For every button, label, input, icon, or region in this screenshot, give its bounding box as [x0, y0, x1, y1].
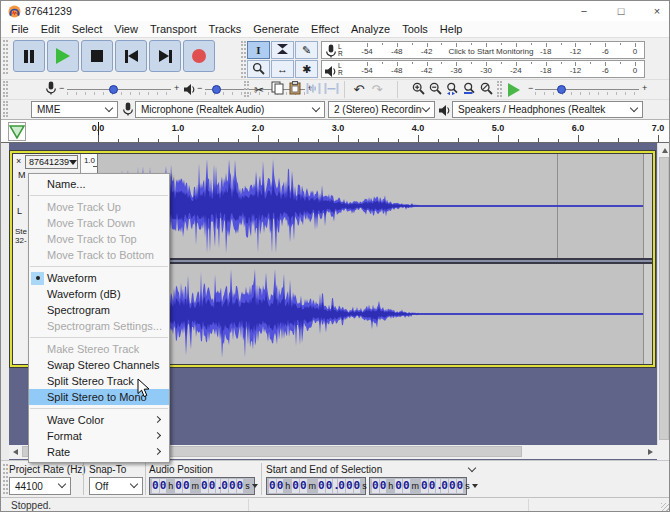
selection-tool-button[interactable]: I: [247, 41, 270, 59]
waveform-left[interactable]: [98, 154, 643, 258]
scroll-left-arrow-icon[interactable]: [13, 449, 18, 455]
menu-file[interactable]: File: [5, 23, 35, 35]
fit-project-button[interactable]: [460, 81, 478, 98]
playback-meter[interactable]: L R -54-48-42-36-30-24-18-12-60: [321, 60, 645, 78]
time-digit[interactable]: .: [333, 479, 337, 493]
device-toolbar-grip[interactable]: [3, 101, 8, 117]
menu-view[interactable]: View: [108, 23, 144, 35]
scroll-right-arrow-icon[interactable]: [648, 449, 653, 455]
stop-button[interactable]: [81, 40, 113, 72]
audio-host-select[interactable]: MME: [31, 101, 118, 118]
mute-button-fragment[interactable]: M: [18, 170, 26, 180]
time-digit[interactable]: 0: [372, 479, 379, 493]
time-digit[interactable]: 0: [292, 479, 299, 493]
zoom-in-button[interactable]: [409, 81, 427, 98]
transport-toolbar-grip[interactable]: [3, 40, 8, 74]
track-close-button[interactable]: ×: [16, 156, 21, 166]
time-digit[interactable]: 0: [183, 479, 190, 493]
play-at-speed-button[interactable]: [505, 81, 523, 98]
track-name-dropdown[interactable]: 87641239: [25, 155, 78, 169]
playback-volume-thumb[interactable]: [212, 85, 221, 94]
timeline-ruler[interactable]: 0.01.02.03.04.05.06.07.0: [1, 120, 670, 143]
menu-item-waveform-db[interactable]: Waveform (dB): [29, 286, 169, 302]
cut-button[interactable]: ✂: [250, 81, 268, 98]
zoom-out-button[interactable]: [426, 81, 444, 98]
fit-selection-button[interactable]: [443, 81, 461, 98]
edit-toolbar-grip[interactable]: [244, 81, 249, 97]
undo-button[interactable]: ↶: [350, 81, 368, 98]
selection-end-field[interactable]: 00h00m00.000s: [369, 477, 467, 495]
menu-effect[interactable]: Effect: [305, 23, 345, 35]
recording-meter[interactable]: L R -54-48-42-18-12-60Click to Start Mon…: [321, 41, 645, 59]
time-digit[interactable]: 0: [229, 479, 236, 493]
maximize-button[interactable]: □: [606, 1, 636, 21]
pause-button[interactable]: [13, 40, 45, 72]
menu-tracks[interactable]: Tracks: [203, 23, 248, 35]
input-channels-select[interactable]: 2 (Stereo) Recording Chai: [328, 101, 435, 118]
time-digit[interactable]: 0: [380, 479, 387, 493]
timeline-options-button[interactable]: [8, 122, 26, 141]
menu-edit[interactable]: Edit: [35, 23, 66, 35]
project-rate-select[interactable]: 44100: [9, 477, 71, 495]
menu-item-format[interactable]: Format: [29, 428, 169, 444]
menu-item-move-track-to-top[interactable]: Move Track to Top: [29, 231, 169, 247]
time-digit[interactable]: 0: [152, 479, 159, 493]
time-digit[interactable]: 0: [403, 479, 410, 493]
menu-select[interactable]: Select: [66, 23, 109, 35]
menu-item-wave-color[interactable]: Wave Color: [29, 412, 169, 428]
menu-item-move-track-up[interactable]: Move Track Up: [29, 199, 169, 215]
output-device-select[interactable]: Speakers / Headphones (Realtek: [452, 101, 643, 118]
monitor-hint-text[interactable]: Click to Start Monitoring: [449, 47, 534, 56]
time-digit[interactable]: 0: [175, 479, 182, 493]
waveform-right[interactable]: [98, 264, 643, 364]
playspeed-thumb[interactable]: [557, 85, 566, 94]
audio-position-field[interactable]: 00h00m00.000s: [149, 477, 255, 495]
zoom-tool-button[interactable]: [247, 60, 270, 78]
playspeed-toolbar-grip[interactable]: [497, 81, 502, 97]
selection-toolbar-grip[interactable]: [3, 464, 8, 494]
time-digit[interactable]: 0: [277, 479, 284, 493]
copy-button[interactable]: [268, 81, 286, 98]
silence-audio-button[interactable]: [322, 81, 340, 98]
time-digit[interactable]: 0: [237, 479, 244, 493]
time-digit[interactable]: 0: [354, 479, 361, 493]
time-digit[interactable]: 0: [457, 479, 464, 493]
menu-item-spectrogram[interactable]: Spectrogram: [29, 302, 169, 318]
selection-start-field[interactable]: 00h00m00.000s: [266, 477, 366, 495]
trim-audio-button[interactable]: [304, 81, 322, 98]
time-digit[interactable]: .: [436, 479, 440, 493]
timeshift-tool-button[interactable]: ↔: [271, 60, 294, 78]
time-digit[interactable]: 0: [201, 479, 208, 493]
menu-generate[interactable]: Generate: [247, 23, 305, 35]
time-digit[interactable]: 0: [209, 479, 216, 493]
time-format-dropdown-icon[interactable]: [472, 484, 478, 488]
time-format-dropdown-icon[interactable]: [252, 484, 258, 488]
time-digit[interactable]: 0: [326, 479, 333, 493]
menu-item-waveform[interactable]: Waveform: [29, 270, 169, 286]
skip-to-start-button[interactable]: [115, 40, 147, 72]
gain-slider-fragment[interactable]: -: [17, 190, 20, 199]
menu-item-move-track-to-bottom[interactable]: Move Track to Bottom: [29, 247, 169, 263]
menu-item-rate[interactable]: Rate: [29, 444, 169, 460]
menu-tools[interactable]: Tools: [396, 23, 434, 35]
skip-to-end-button[interactable]: [149, 40, 181, 72]
time-digit[interactable]: 0: [346, 479, 353, 493]
paste-button[interactable]: [286, 81, 304, 98]
pan-slider-fragment[interactable]: L: [17, 206, 22, 216]
menu-item-swap-stereo-channels[interactable]: Swap Stereo Channels: [29, 357, 169, 373]
tools-toolbar-grip[interactable]: [241, 41, 246, 78]
time-digit[interactable]: 0: [338, 479, 345, 493]
close-button[interactable]: ×: [642, 1, 670, 21]
mixer-toolbar-grip[interactable]: [3, 81, 8, 97]
time-digit[interactable]: 0: [318, 479, 325, 493]
time-digit[interactable]: 0: [300, 479, 307, 493]
vertical-scroll-thumb[interactable]: [659, 157, 669, 440]
multi-tool-button[interactable]: ✱: [295, 60, 318, 78]
time-digit[interactable]: 0: [421, 479, 428, 493]
vertical-scrollbar[interactable]: [657, 143, 670, 445]
menu-item-make-stereo-track[interactable]: Make Stereo Track: [29, 341, 169, 357]
record-button[interactable]: [183, 40, 215, 72]
recording-volume-thumb[interactable]: [109, 85, 118, 94]
draw-tool-button[interactable]: ✎: [295, 41, 318, 59]
menu-item-spectrogram-settings[interactable]: Spectrogram Settings...: [29, 318, 169, 334]
